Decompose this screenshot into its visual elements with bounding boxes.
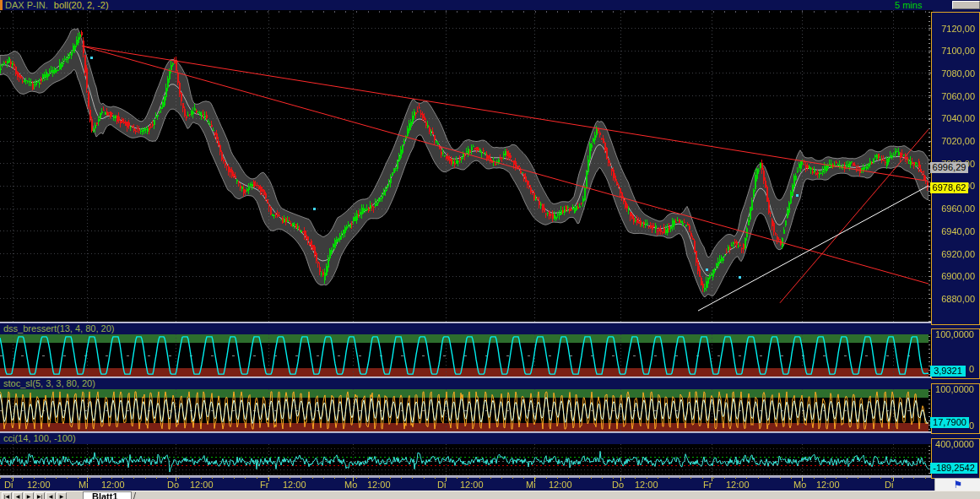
time-axis-label: Di (4, 480, 13, 491)
time-axis-label: Di (885, 480, 893, 491)
time-axis-time: 12:00 (101, 480, 125, 491)
dss-axis-top-label: 100,0000 (935, 330, 974, 339)
price-axis-label: 6900,00 (941, 272, 975, 281)
sheet-tab-blatt1[interactable]: Blatt1 (83, 491, 132, 499)
dss-title-row: dss_bressert(13, 4, 80, 20) (0, 323, 933, 334)
price-axis-label: 6940,00 (941, 227, 975, 236)
time-axis-label: Mi (79, 480, 89, 491)
time-axis-time: 12:00 (283, 480, 306, 491)
cci-chart[interactable] (0, 444, 933, 476)
price-axis-label: 6880,00 (941, 295, 975, 304)
tab-nav-button-4[interactable]: ◀ (46, 492, 56, 499)
sheet-tab-bar: |◀◀▶▶|◀▶ Blatt1 / (0, 491, 980, 499)
time-axis-time: 12:00 (27, 480, 51, 491)
time-axis[interactable]: Di12:00Mi12:00Do12:00Fr12:00Mo12:00Di12:… (0, 477, 933, 491)
time-axis-time: 12:00 (816, 480, 840, 491)
tab-nav-button-5[interactable]: ▶ (57, 492, 67, 499)
cci-axis-top-label: 400,0000 (935, 440, 974, 449)
time-axis-label: Mi (526, 480, 536, 491)
tab-nav-button-0[interactable]: |◀ (2, 492, 12, 499)
time-axis-time: 12:00 (549, 480, 572, 491)
symbol-label: DAX P-IN. (0, 0, 48, 10)
price-axis-label: 7120,00 (941, 24, 975, 34)
dss-indicator-label: dss_bressert(13, 4, 80, 20) (0, 323, 114, 334)
stoc-title-row: stoc_sl(5, 3, 3, 80, 20) (0, 378, 933, 389)
price-axis-label: 7060,00 (941, 92, 975, 101)
stoc-axis-top-label: 100,0000 (935, 385, 974, 394)
time-axis-label: Mo (793, 480, 806, 491)
price-axis-label: 7040,00 (941, 114, 975, 123)
series-color-notch (0, 0, 3, 10)
ref-price-label: 6996,29 (930, 162, 968, 173)
tab-nav-button-3[interactable]: ▶| (35, 492, 45, 499)
time-axis-label: Mo (344, 480, 357, 491)
flag-icon: ⚑ (954, 479, 963, 491)
panel-collapse-button[interactable] (952, 1, 980, 9)
price-axis-label: 7020,00 (941, 137, 975, 146)
last-price-label: 6978,62 (930, 182, 968, 193)
cci-title-row: cci(14, 100, -100) (0, 433, 933, 444)
price-axis-label: 6960,00 (941, 204, 975, 214)
time-axis-label: Fr (703, 480, 712, 491)
time-axis-time: 12:00 (190, 480, 214, 491)
time-axis-time: 12:00 (726, 480, 750, 491)
tab-nav-button-2[interactable]: ▶ (24, 492, 34, 499)
time-axis-time: 12:00 (460, 480, 484, 491)
time-axis-label: Do (612, 480, 624, 491)
tab-edge: / (133, 491, 142, 499)
time-axis-time: 12:00 (367, 480, 391, 491)
study-label: boll(20, 2, -2) (51, 0, 109, 10)
time-axis-label: Di (437, 480, 446, 491)
cci-value-label: -189,2542 (930, 463, 977, 474)
price-axis-label: 7080,00 (941, 69, 975, 79)
stoc-value-label: 17,7900 (930, 417, 969, 428)
time-axis-label: Fr (260, 480, 268, 491)
time-axis-label: Do (167, 480, 179, 491)
price-axis-label: 7100,00 (941, 46, 975, 56)
dss-axis-zero-label: 0 (969, 365, 974, 374)
tab-nav-button-1[interactable]: ◀ (13, 492, 23, 499)
price-axis-label: 6920,00 (941, 250, 975, 259)
stochastic-chart[interactable] (0, 389, 933, 431)
dss-bressert-chart[interactable] (0, 334, 933, 377)
cci-indicator-label: cci(14, 100, -100) (0, 433, 76, 443)
stoc-indicator-label: stoc_sl(5, 3, 3, 80, 20) (0, 378, 95, 388)
time-axis-time: 12:00 (635, 480, 658, 491)
main-price-chart[interactable] (0, 10, 933, 322)
stoc-axis-zero-label: 0 (969, 421, 974, 431)
chart-application-window: DAX P-IN. boll(20, 2, -2) 5 mins dss_bre… (0, 0, 980, 499)
dss-value-label: 3,9321 (930, 366, 966, 377)
